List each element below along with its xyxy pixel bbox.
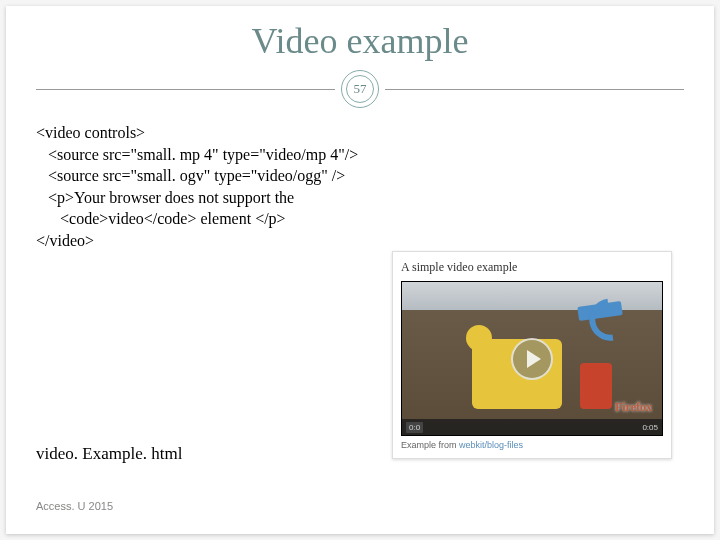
filename-label: video. Example. html: [36, 444, 182, 464]
slide-number: 57: [346, 75, 374, 103]
slide: Video example 57 <video controls> <sourc…: [6, 6, 714, 534]
footer-prefix: Example from: [401, 440, 459, 450]
time-end: 0:05: [642, 423, 658, 432]
video-controls-bar[interactable]: 0:0 0:05: [402, 419, 662, 435]
watermark-label: Firefox: [615, 400, 652, 415]
slide-number-badge: 57: [341, 70, 379, 108]
conference-label: Access. U 2015: [36, 500, 113, 512]
code-line: <p>Your browser does not support the: [36, 187, 684, 209]
play-button-icon[interactable]: [511, 338, 553, 380]
slide-title: Video example: [6, 6, 714, 70]
lego-piece: [580, 363, 612, 409]
code-line: <source src="small. mp 4" type="video/mp…: [36, 144, 684, 166]
code-line: <source src="small. ogv" type="video/ogg…: [36, 165, 684, 187]
time-start: 0:0: [406, 422, 423, 433]
divider-left: [36, 89, 335, 90]
title-divider: 57: [6, 70, 714, 108]
code-line: <code>video</code> element </p>: [36, 208, 684, 230]
footer-link[interactable]: webkit/blog-files: [459, 440, 523, 450]
code-line: </video>: [36, 230, 684, 252]
video-card-footer: Example from webkit/blog-files: [401, 440, 663, 450]
code-block: <video controls> <source src="small. mp …: [6, 122, 714, 252]
lego-propeller: [577, 301, 623, 321]
video-card-title: A simple video example: [401, 260, 663, 275]
video-preview-card: A simple video example Firefox 0:0 0:05 …: [392, 251, 672, 459]
code-line: <video controls>: [36, 122, 684, 144]
video-player[interactable]: Firefox 0:0 0:05: [401, 281, 663, 436]
divider-right: [385, 89, 684, 90]
